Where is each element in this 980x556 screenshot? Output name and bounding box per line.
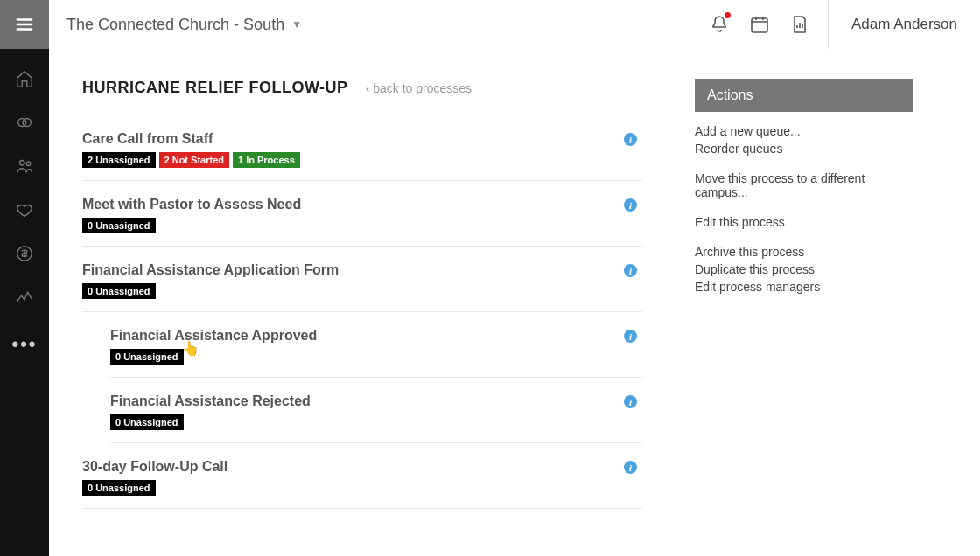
content-column: HURRICANE RELIEF FOLLOW-UP back to proce… (82, 79, 642, 556)
left-nav: ••• (0, 49, 49, 556)
actions-panel-header: Actions (695, 79, 914, 112)
queue-title: Care Call from Staff (82, 131, 642, 147)
queue-title: Financial Assistance Rejected (110, 393, 642, 409)
page-title-row: HURRICANE RELIEF FOLLOW-UP back to proce… (82, 79, 642, 115)
home-icon (15, 69, 34, 88)
info-icon[interactable]: i (624, 330, 637, 343)
calendar-button[interactable] (749, 14, 770, 35)
hamburger-button[interactable] (0, 0, 49, 49)
queue-row[interactable]: 30-day Follow-Up Call0 Unassignedi (82, 443, 642, 509)
badge-unassigned: 2 Unassigned (82, 152, 156, 168)
badge-notstarted: 2 Not Started (159, 152, 229, 168)
calendar-icon (749, 14, 770, 35)
people-icon (15, 156, 34, 176)
page-title: HURRICANE RELIEF FOLLOW-UP (82, 79, 348, 97)
badge-unassigned: 0 Unassigned (82, 283, 156, 299)
caret-down-icon: ▼ (291, 18, 302, 31)
queue-title: 30-day Follow-Up Call (82, 459, 642, 475)
queue-badges: 0 Unassigned (110, 414, 642, 430)
queue-title: Financial Assistance Application Form (82, 262, 642, 278)
action-list: Add a new queue...Reorder queuesMove thi… (695, 112, 914, 295)
main: HURRICANE RELIEF FOLLOW-UP back to proce… (49, 49, 980, 556)
nav-giving[interactable] (12, 241, 37, 266)
heart-icon (15, 200, 34, 219)
queue-row[interactable]: Meet with Pastor to Assess Need0 Unassig… (82, 181, 642, 247)
action-link[interactable]: Duplicate this process (695, 261, 914, 278)
action-group: Move this process to a different campus.… (695, 170, 914, 201)
document-chart-icon (789, 14, 810, 35)
user-name: Adam Anderson (851, 16, 957, 33)
action-link[interactable]: Move this process to a different campus.… (695, 170, 914, 201)
nav-heart[interactable] (12, 198, 37, 222)
action-group: Archive this processDuplicate this proce… (695, 243, 914, 295)
action-group: Edit this process (695, 213, 914, 231)
badge-inprocess: 1 In Process (233, 152, 300, 168)
info-icon[interactable]: i (624, 198, 637, 212)
back-link[interactable]: back to processes (366, 81, 472, 95)
notification-dot (724, 12, 731, 18)
action-link[interactable]: Reorder queues (695, 140, 914, 157)
more-icon: ••• (11, 333, 37, 356)
action-link[interactable]: Edit this process (695, 213, 914, 231)
group-rings-icon (15, 113, 34, 132)
actions-panel: Actions Add a new queue...Reorder queues… (695, 79, 914, 556)
queue-badges: 0 Unassigned (82, 480, 642, 496)
reports-button[interactable] (789, 14, 810, 35)
badge-unassigned: 0 Unassigned (110, 414, 184, 430)
queue-list: Care Call from Staff2 Unassigned2 Not St… (82, 115, 642, 509)
queue-title: Meet with Pastor to Assess Need (82, 197, 642, 212)
nav-metrics[interactable] (12, 285, 37, 309)
org-name: The Connected Church - South (66, 16, 284, 34)
info-icon[interactable]: i (624, 264, 637, 277)
queue-row[interactable]: Financial Assistance Rejected0 Unassigne… (110, 378, 642, 443)
action-link[interactable]: Edit process managers (695, 278, 914, 295)
badge-unassigned: 0 Unassigned (82, 480, 156, 496)
svg-point-2 (23, 118, 31, 126)
line-chart-icon (15, 288, 34, 307)
queue-badges: 0 Unassigned (82, 283, 642, 299)
queue-badges: 0 Unassigned (110, 349, 642, 365)
badge-unassigned: 0 Unassigned (110, 349, 184, 365)
svg-point-3 (20, 161, 25, 166)
top-icons (709, 14, 828, 35)
nav-home[interactable] (12, 66, 37, 91)
notifications-button[interactable] (709, 14, 730, 35)
svg-point-4 (26, 162, 31, 166)
svg-rect-0 (752, 18, 767, 32)
queue-row[interactable]: Financial Assistance Application Form0 U… (82, 247, 642, 312)
info-icon[interactable]: i (624, 133, 637, 146)
nav-people[interactable] (12, 154, 37, 178)
queue-badges: 2 Unassigned2 Not Started1 In Process (82, 152, 642, 168)
queue-title: Financial Assistance Approved (110, 328, 642, 344)
dollar-circle-icon (15, 244, 34, 263)
queue-row[interactable]: Care Call from Staff2 Unassigned2 Not St… (82, 115, 642, 181)
action-link[interactable]: Archive this process (695, 243, 914, 261)
info-icon[interactable]: i (624, 461, 637, 474)
queue-badges: 0 Unassigned (82, 218, 642, 233)
badge-unassigned: 0 Unassigned (82, 218, 156, 233)
action-link[interactable]: Add a new queue... (695, 122, 914, 140)
action-group: Add a new queue...Reorder queues (695, 122, 914, 157)
info-icon[interactable]: i (624, 395, 637, 408)
org-switcher[interactable]: The Connected Church - South ▼ (66, 16, 302, 34)
nav-more[interactable]: ••• (12, 332, 37, 357)
topbar: The Connected Church - South ▼ Adam Ande… (0, 0, 980, 49)
hamburger-icon (15, 15, 34, 34)
queue-row[interactable]: Financial Assistance Approved0 Unassigne… (110, 312, 642, 378)
nav-groups[interactable] (12, 110, 37, 135)
user-menu[interactable]: Adam Anderson (828, 0, 980, 49)
